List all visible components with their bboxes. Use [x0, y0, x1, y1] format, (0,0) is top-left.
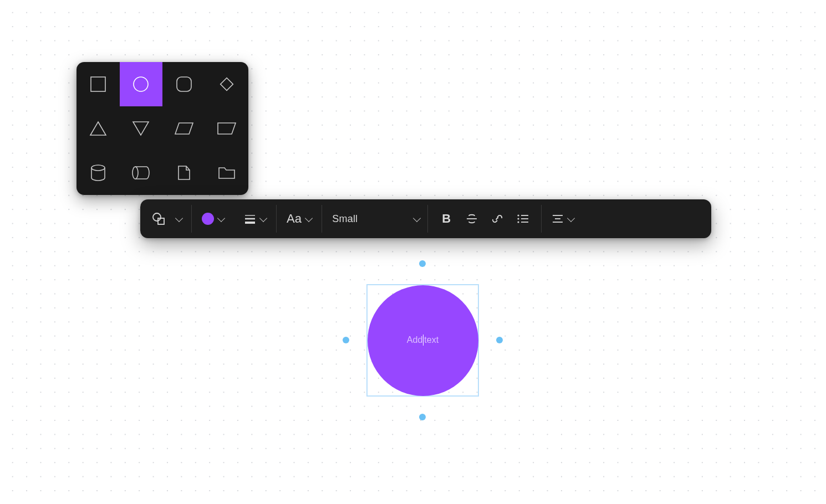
triangle-down-icon: [131, 120, 150, 137]
bullet-list-button[interactable]: [510, 206, 536, 232]
connection-handle-right[interactable]: [496, 337, 503, 343]
shape-option-diamond[interactable]: [206, 62, 249, 106]
chevron-down-icon: [413, 214, 421, 222]
shape-option-triangle-down[interactable]: [120, 106, 163, 151]
strikethrough-button[interactable]: [459, 206, 485, 232]
square-icon: [90, 76, 106, 92]
svg-point-14: [518, 218, 519, 219]
svg-point-12: [518, 214, 519, 216]
fill-color-button[interactable]: [197, 206, 228, 232]
bold-button[interactable]: B: [434, 206, 459, 232]
chevron-down-icon: [175, 214, 183, 222]
rounded-square-icon: [175, 75, 193, 93]
shape-option-circle[interactable]: [120, 62, 163, 106]
folder-icon: [217, 166, 236, 180]
bullet-list-icon: [516, 213, 529, 225]
diamond-icon: [217, 75, 236, 94]
text-align-button[interactable]: [547, 206, 578, 232]
shape-tool-button[interactable]: [146, 206, 171, 232]
shape-picker-panel: [77, 62, 248, 195]
line-weight-icon: [244, 213, 256, 224]
selection-bounding-box[interactable]: [366, 284, 479, 397]
shape-option-file[interactable]: [162, 151, 206, 195]
font-size-select[interactable]: Small: [322, 199, 427, 238]
svg-rect-7: [158, 218, 164, 224]
font-style-button[interactable]: Aa: [282, 206, 316, 232]
font-size-label: Small: [332, 213, 358, 225]
shape-option-cylinder-horizontal[interactable]: [120, 151, 163, 195]
chevron-down-icon: [305, 214, 313, 222]
trapezoid-icon: [216, 121, 237, 136]
shape-option-trapezoid[interactable]: [206, 106, 249, 151]
link-icon: [491, 212, 504, 225]
shape-format-toolbar: Aa Small B: [140, 199, 711, 238]
chevron-down-icon: [259, 214, 267, 222]
shape-option-parallelogram[interactable]: [162, 106, 206, 151]
shape-option-square[interactable]: [77, 62, 120, 106]
parallelogram-icon: [174, 121, 195, 136]
font-icon-label: Aa: [287, 212, 302, 226]
cylinder-icon: [90, 164, 106, 182]
file-icon: [176, 164, 192, 181]
align-center-icon: [552, 213, 564, 224]
connection-handle-left[interactable]: [343, 337, 349, 343]
shape-option-cylinder[interactable]: [77, 151, 120, 195]
svg-point-6: [153, 213, 161, 221]
cylinder-horizontal-icon: [131, 165, 151, 181]
svg-rect-2: [177, 77, 191, 91]
svg-point-16: [518, 221, 519, 223]
svg-rect-3: [221, 78, 233, 91]
shape-tool-icon: [151, 212, 166, 226]
svg-rect-0: [91, 77, 105, 91]
shape-tool-dropdown[interactable]: [171, 206, 186, 232]
shape-option-triangle[interactable]: [77, 106, 120, 151]
circle-icon: [132, 75, 150, 93]
strikethrough-icon: [465, 212, 478, 225]
svg-point-5: [132, 167, 138, 179]
triangle-icon: [89, 120, 108, 137]
shape-option-folder[interactable]: [206, 151, 249, 195]
color-swatch-icon: [202, 213, 214, 225]
chevron-down-icon: [217, 214, 225, 222]
connection-handle-top[interactable]: [419, 260, 426, 267]
svg-point-1: [134, 77, 148, 91]
connection-handle-bottom[interactable]: [419, 414, 426, 420]
bold-icon: B: [442, 212, 451, 226]
svg-point-4: [91, 165, 105, 171]
chevron-down-icon: [567, 214, 575, 222]
shape-option-rounded-square[interactable]: [162, 62, 206, 106]
stroke-weight-button[interactable]: [239, 206, 271, 232]
link-button[interactable]: [485, 206, 510, 232]
